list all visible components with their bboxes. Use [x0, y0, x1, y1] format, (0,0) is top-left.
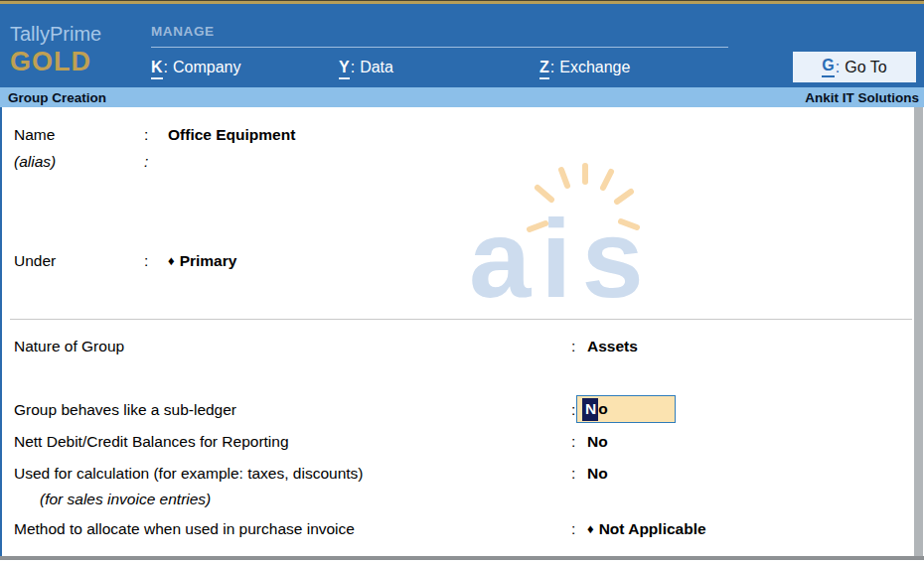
- allocation-method-label: Method to allocate when used in purchase…: [14, 520, 355, 538]
- under-label: Under: [14, 252, 56, 270]
- colon: :: [144, 126, 148, 144]
- alias-label: (alias): [14, 153, 56, 171]
- menu-item-label: Data: [360, 59, 393, 75]
- name-label: Name: [14, 126, 55, 144]
- nature-value[interactable]: Assets: [587, 338, 638, 355]
- field-row-name: Name : Office Equipment: [2, 126, 912, 148]
- colon: :: [164, 59, 168, 75]
- field-row-nature-of-group: Nature of Group : Assets: [2, 338, 912, 359]
- subledger-label: Group behaves like a sub-ledger: [14, 401, 236, 419]
- colon: :: [571, 465, 575, 483]
- colon: :: [571, 338, 575, 355]
- brand-gold: GOLD: [10, 47, 91, 77]
- nett-balances-value[interactable]: No: [587, 433, 608, 451]
- field-row-subledger: Group behaves like a sub-ledger : No: [2, 401, 912, 423]
- colon: :: [571, 401, 575, 419]
- allocation-method-value-text: Not Applicable: [599, 520, 706, 537]
- field-row-under: Under : ♦Primary: [2, 252, 912, 274]
- colon: :: [144, 153, 148, 171]
- colon: :: [836, 59, 840, 76]
- subledger-input[interactable]: No: [576, 395, 676, 423]
- brand-tallyprime: TallyPrime: [10, 23, 101, 46]
- field-row-allocation-method: Method to allocate when used in purchase…: [2, 520, 912, 542]
- shortcut-key: K: [151, 59, 163, 79]
- colon: :: [571, 520, 575, 538]
- colon: :: [550, 59, 554, 75]
- menu-item-label: Company: [173, 59, 240, 75]
- page-title: Group Creation: [8, 90, 106, 105]
- used-for-calc-value[interactable]: No: [587, 465, 608, 483]
- diamond-bullet-icon: ♦: [168, 253, 175, 268]
- menu-item-company[interactable]: K:Company: [151, 59, 241, 79]
- colon: :: [144, 252, 148, 270]
- go-to-button[interactable]: G:Go To: [793, 52, 916, 82]
- subledger-value-rest: o: [598, 400, 607, 418]
- menu-item-data[interactable]: Y:Data: [339, 59, 393, 79]
- under-value[interactable]: ♦Primary: [168, 252, 236, 270]
- shortcut-key: Y: [339, 59, 350, 79]
- nett-balances-label: Nett Debit/Credit Balances for Reporting: [14, 433, 289, 451]
- section-divider: [10, 319, 912, 320]
- menu-divider: [151, 47, 728, 48]
- menu-item-exchange[interactable]: Z:Exchange: [539, 59, 630, 79]
- used-for-calc-label: Used for calculation (for example: taxes…: [14, 465, 364, 483]
- screen-title-bar: Group Creation Ankit IT Solutions: [0, 87, 924, 107]
- company-name: Ankit IT Solutions: [805, 90, 919, 105]
- manage-section-title: MANAGE: [151, 24, 215, 39]
- tallyprime-window: TallyPrime GOLD MANAGE K:Company Y:Data …: [0, 0, 924, 564]
- shortcut-key: Z: [539, 59, 549, 79]
- scrollbar-track[interactable]: [914, 107, 923, 556]
- colon: :: [351, 59, 355, 75]
- cursor-selected-char: N: [582, 398, 598, 421]
- go-to-label: Go To: [845, 59, 886, 76]
- shortcut-key: G: [822, 57, 834, 77]
- watermark-sun-rays-icon: [522, 162, 645, 257]
- allocation-method-value[interactable]: ♦Not Applicable: [587, 520, 706, 538]
- field-row-used-for-calculation: Used for calculation (for example: taxes…: [2, 465, 912, 487]
- colon: :: [571, 433, 575, 451]
- nature-label: Nature of Group: [14, 338, 124, 355]
- window-bottom-edge: [0, 556, 924, 560]
- field-row-calc-note: (for sales invoice entries): [2, 491, 912, 512]
- under-value-text: Primary: [180, 252, 237, 269]
- diamond-bullet-icon: ♦: [587, 521, 594, 536]
- name-value[interactable]: Office Equipment: [168, 126, 295, 144]
- top-bar: TallyPrime GOLD MANAGE K:Company Y:Data …: [0, 4, 924, 87]
- form-area: ais Name : Office Equipment (alias) : Un…: [0, 107, 924, 556]
- field-row-nett-balances: Nett Debit/Credit Balances for Reporting…: [2, 433, 912, 455]
- calc-note-label: (for sales invoice entries): [40, 491, 211, 508]
- menu-item-label: Exchange: [559, 59, 630, 75]
- field-row-alias: (alias) :: [2, 153, 912, 175]
